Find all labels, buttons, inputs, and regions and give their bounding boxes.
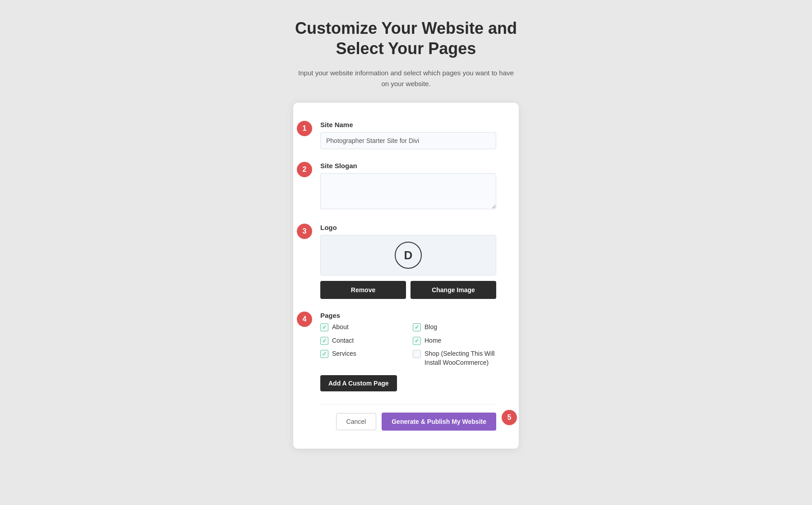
site-name-input[interactable] xyxy=(320,132,496,149)
checkmark-icon: ✓ xyxy=(322,351,327,357)
site-name-section: 1 Site Name xyxy=(320,121,496,149)
checkmark-icon: ✓ xyxy=(415,324,419,331)
site-slogan-section: 2 Site Slogan xyxy=(320,162,496,211)
pages-label: Pages xyxy=(320,312,496,319)
logo-preview: D xyxy=(320,235,496,275)
card-footer: Cancel Generate & Publish My Website 5 xyxy=(320,404,496,431)
page-title: Customize Your Website and Select Your P… xyxy=(295,18,517,59)
page-wrapper: Customize Your Website and Select Your P… xyxy=(203,18,609,449)
site-slogan-label: Site Slogan xyxy=(320,162,496,170)
step-badge-2: 2 xyxy=(297,162,312,177)
services-label: Services xyxy=(332,349,356,358)
home-label: Home xyxy=(424,336,441,345)
main-card: 1 Site Name 2 Site Slogan 3 Logo D Remov… xyxy=(293,103,519,449)
pages-grid: ✓ About ✓ Blog ✓ Contact xyxy=(320,323,496,367)
list-item: ✓ About xyxy=(320,323,404,332)
checkmark-icon: ✓ xyxy=(415,338,419,344)
list-item: Shop (Selecting This Will Install WooCom… xyxy=(413,349,496,367)
blog-label: Blog xyxy=(424,323,437,332)
list-item: ✓ Services xyxy=(320,349,404,367)
about-checkbox[interactable]: ✓ xyxy=(320,323,328,331)
step-badge-3: 3 xyxy=(297,224,312,239)
logo-letter: D xyxy=(404,248,413,262)
publish-button[interactable]: Generate & Publish My Website xyxy=(382,413,496,431)
logo-circle: D xyxy=(395,242,422,269)
contact-checkbox[interactable]: ✓ xyxy=(320,337,328,345)
about-label: About xyxy=(332,323,349,332)
shop-checkbox[interactable] xyxy=(413,350,421,358)
list-item: ✓ Home xyxy=(413,336,496,345)
list-item: ✓ Blog xyxy=(413,323,496,332)
checkmark-icon: ✓ xyxy=(322,324,327,331)
step-badge-1: 1 xyxy=(297,121,312,136)
logo-section: 3 Logo D Remove Change Image xyxy=(320,224,496,299)
logo-label: Logo xyxy=(320,224,496,231)
change-image-button[interactable]: Change Image xyxy=(411,281,496,299)
list-item: ✓ Contact xyxy=(320,336,404,345)
step-badge-5: 5 xyxy=(502,410,517,425)
site-slogan-input[interactable] xyxy=(320,173,496,209)
blog-checkbox[interactable]: ✓ xyxy=(413,323,421,331)
add-custom-page-button[interactable]: Add A Custom Page xyxy=(320,375,397,391)
step-badge-4: 4 xyxy=(297,312,312,327)
logo-buttons: Remove Change Image xyxy=(320,281,496,299)
home-checkbox[interactable]: ✓ xyxy=(413,337,421,345)
site-name-label: Site Name xyxy=(320,121,496,129)
services-checkbox[interactable]: ✓ xyxy=(320,350,328,358)
contact-label: Contact xyxy=(332,336,354,345)
pages-section: 4 Pages ✓ About ✓ Blog xyxy=(320,312,496,391)
shop-label: Shop (Selecting This Will Install WooCom… xyxy=(424,349,496,367)
remove-button[interactable]: Remove xyxy=(320,281,406,299)
checkmark-icon: ✓ xyxy=(322,338,327,344)
cancel-button[interactable]: Cancel xyxy=(336,413,377,430)
page-subtitle: Input your website information and selec… xyxy=(298,68,514,89)
